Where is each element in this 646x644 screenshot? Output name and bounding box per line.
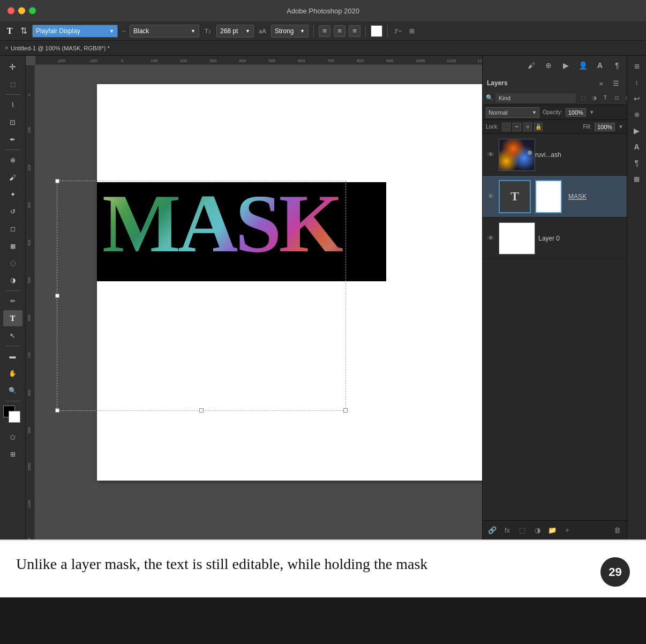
brush-tool[interactable]: 🖌 bbox=[3, 169, 22, 185]
close-button[interactable] bbox=[7, 8, 14, 14]
delete-layer-button[interactable]: 🗑 bbox=[611, 524, 624, 537]
selection-handle-ml[interactable] bbox=[55, 294, 59, 298]
move-tool[interactable]: ✛ bbox=[3, 59, 22, 75]
eyedropper-tool[interactable]: ✒ bbox=[3, 131, 22, 147]
history-brush-tool[interactable]: ↺ bbox=[3, 204, 22, 220]
char-panel-icon[interactable]: ⊞ bbox=[407, 26, 417, 36]
anti-alias-dropdown[interactable]: Strong ▼ bbox=[271, 25, 309, 38]
text-color-swatch[interactable] bbox=[371, 25, 382, 37]
minimize-button[interactable] bbox=[18, 8, 25, 14]
zoom-tool[interactable]: 🔍 bbox=[3, 383, 22, 399]
align-right-button[interactable]: ≡ bbox=[349, 25, 360, 37]
svg-text:1200: 1200 bbox=[27, 537, 31, 540]
properties-icon[interactable]: ⊞ bbox=[629, 59, 644, 74]
play-icon[interactable]: ▶ bbox=[629, 123, 644, 138]
clone-stamp-tool[interactable]: ✦ bbox=[3, 186, 22, 203]
filter-text-icon[interactable]: T bbox=[600, 93, 610, 103]
logo-number: 29 bbox=[609, 565, 621, 579]
shape-tool[interactable]: ▬ bbox=[3, 348, 22, 364]
add-mask-button[interactable]: ⬚ bbox=[516, 524, 529, 537]
type-tool[interactable]: T bbox=[3, 310, 22, 326]
link-layers-button[interactable]: 🔗 bbox=[486, 524, 499, 537]
undo-icon[interactable]: ↩ bbox=[629, 91, 644, 106]
selection-handle-tl[interactable] bbox=[55, 179, 59, 183]
svg-text:200: 200 bbox=[27, 164, 31, 171]
svg-text:500: 500 bbox=[27, 277, 31, 283]
font-style-dropdown[interactable]: Black ▼ bbox=[130, 25, 199, 38]
layers-header-controls: » ☰ bbox=[595, 77, 622, 89]
panel-type-icon[interactable]: A bbox=[592, 58, 607, 73]
text-warp-icon[interactable]: 𝑇~ bbox=[393, 26, 403, 36]
svg-text:500: 500 bbox=[268, 58, 276, 63]
lock-pixels-icon[interactable]: ⬚ bbox=[502, 123, 510, 131]
layers-search-input[interactable] bbox=[495, 93, 576, 103]
align-left-button[interactable]: ≡ bbox=[319, 25, 330, 37]
filter-adjustment-icon[interactable]: ◑ bbox=[589, 93, 599, 103]
layer-effects-button[interactable]: fx bbox=[501, 524, 514, 537]
align-center-button[interactable]: ≡ bbox=[334, 25, 345, 37]
blur-tool[interactable]: ◌ bbox=[3, 255, 22, 271]
svg-text:1100: 1100 bbox=[447, 58, 456, 63]
gradient-tool[interactable]: ▦ bbox=[3, 238, 22, 254]
dodge-tool[interactable]: ◑ bbox=[3, 272, 22, 288]
font-family-dropdown[interactable]: Playfair Display ▼ bbox=[32, 25, 118, 38]
panel-play-icon[interactable]: ▶ bbox=[558, 58, 573, 73]
layer-visibility-toggle[interactable]: 👁 bbox=[486, 150, 495, 160]
blend-mode-dropdown[interactable]: Normal ▼ bbox=[486, 107, 539, 118]
maximize-button[interactable] bbox=[29, 8, 36, 14]
opacity-value[interactable]: 100% bbox=[566, 108, 586, 117]
lasso-tool[interactable]: ⌇ bbox=[3, 97, 22, 113]
panel-para-icon[interactable]: ¶ bbox=[610, 58, 625, 73]
paragraph-icon[interactable]: ¶ bbox=[629, 155, 644, 170]
layer-visibility-toggle[interactable]: 👁 bbox=[486, 234, 495, 243]
selection-handle-bl[interactable] bbox=[55, 408, 59, 413]
right-panel: 🖌 ⊕ ▶ 👤 A ¶ Layers » ☰ 🔍 ⬚ ◑ bbox=[482, 56, 627, 540]
panel-brush-icon[interactable]: 🖌 bbox=[524, 58, 539, 73]
svg-text:400: 400 bbox=[239, 58, 246, 63]
fill-value[interactable]: 100% bbox=[595, 123, 615, 131]
background-color[interactable] bbox=[9, 411, 20, 423]
crop-tool[interactable]: ⊡ bbox=[3, 114, 22, 130]
filter-shape-icon[interactable]: ⊡ bbox=[612, 93, 621, 103]
opacity-arrow[interactable]: ▼ bbox=[589, 109, 595, 115]
font-style-label: Black bbox=[133, 27, 149, 35]
filter-pixel-icon[interactable]: ⬚ bbox=[578, 93, 588, 103]
new-layer-button[interactable]: + bbox=[561, 524, 574, 537]
fill-arrow[interactable]: ▼ bbox=[618, 124, 624, 130]
layers-expand-icon[interactable]: » bbox=[595, 77, 607, 89]
lock-artboard-icon[interactable]: ⊕ bbox=[523, 123, 532, 131]
layer-item[interactable]: 👁 Layer 0 bbox=[483, 218, 627, 259]
lock-position-icon[interactable]: ✒ bbox=[513, 123, 521, 131]
select-tool[interactable]: ⬚ bbox=[3, 76, 22, 92]
create-group-button[interactable]: 📁 bbox=[546, 524, 559, 537]
hand-tool[interactable]: ✋ bbox=[3, 365, 22, 381]
libraries-icon[interactable]: ⊕ bbox=[629, 107, 644, 122]
mask-mode-toggle[interactable]: ⬠ bbox=[3, 429, 22, 445]
path-select-tool[interactable]: ↖ bbox=[3, 327, 22, 343]
transform-icon[interactable]: ↕ bbox=[629, 75, 644, 90]
window-controls[interactable] bbox=[7, 8, 36, 14]
screen-mode-toggle[interactable]: ⊞ bbox=[3, 446, 22, 462]
panel-people-icon[interactable]: 👤 bbox=[575, 58, 590, 73]
layers-icon[interactable]: ▦ bbox=[629, 171, 644, 186]
eraser-tool[interactable]: ◻ bbox=[3, 221, 22, 237]
svg-text:900: 900 bbox=[27, 427, 31, 433]
tab-close-button[interactable]: ✕ bbox=[4, 45, 9, 51]
toolbar-separator-2 bbox=[5, 149, 20, 150]
panel-icons-top: 🖌 ⊕ ▶ 👤 A ¶ bbox=[483, 56, 627, 75]
font-size-dropdown[interactable]: 268 pt ▼ bbox=[216, 25, 254, 38]
search-icon: 🔍 bbox=[486, 94, 493, 101]
panel-adjustments-icon[interactable]: ⊕ bbox=[541, 58, 556, 73]
svg-text:800: 800 bbox=[357, 58, 364, 63]
svg-text:800: 800 bbox=[27, 390, 31, 396]
layer-item[interactable]: 👁 T MASK bbox=[483, 176, 627, 218]
character-icon[interactable]: A bbox=[629, 139, 644, 154]
pen-tool[interactable]: ✏ bbox=[3, 293, 22, 309]
lock-all-icon[interactable]: 🔒 bbox=[534, 123, 543, 131]
tab-label: Untitled-1 @ 100% (MASK, RGB/8*) * bbox=[11, 45, 110, 51]
layers-menu-icon[interactable]: ☰ bbox=[610, 77, 622, 89]
healing-tool[interactable]: ⊕ bbox=[3, 152, 22, 168]
create-fill-button[interactable]: ◑ bbox=[531, 524, 544, 537]
layer-visibility-toggle[interactable]: 👁 bbox=[486, 192, 495, 201]
layer-item[interactable]: 👁 ruvi...ash bbox=[483, 134, 627, 176]
